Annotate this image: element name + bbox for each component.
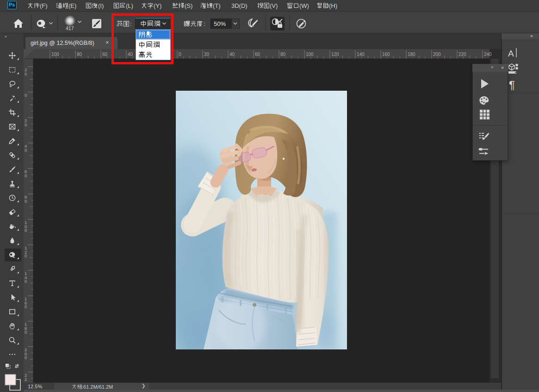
svg-text:A: A xyxy=(508,49,514,58)
svg-text::: : xyxy=(204,20,205,27)
svg-text:417: 417 xyxy=(66,25,74,31)
svg-text:¶: ¶ xyxy=(509,79,515,91)
